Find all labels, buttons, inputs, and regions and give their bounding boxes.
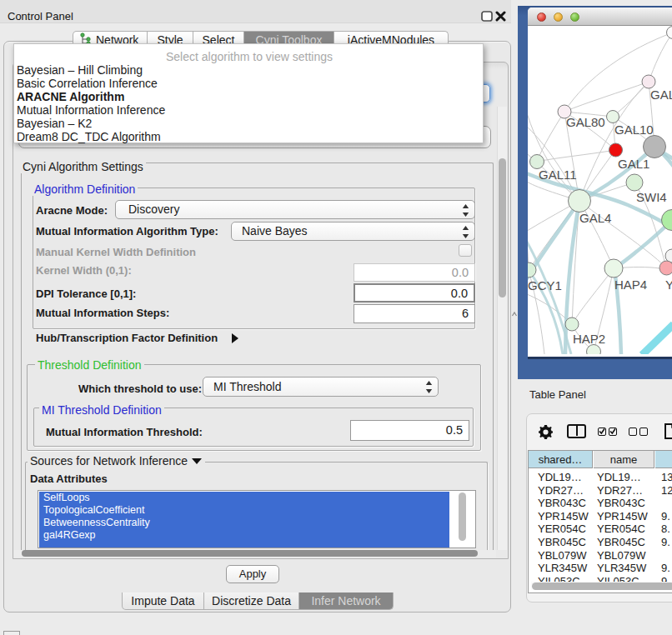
svg-text:HAP2: HAP2	[573, 332, 605, 346]
svg-text:HAP4: HAP4	[614, 278, 647, 292]
svg-text:Y: Y	[665, 278, 672, 292]
svg-text:GCY1: GCY1	[528, 278, 562, 292]
svg-text:GAL10: GAL10	[614, 122, 654, 137]
svg-text:GAL80: GAL80	[566, 115, 605, 129]
svg-text:GAL: GAL	[650, 88, 672, 102]
svg-text:SWI4: SWI4	[636, 190, 667, 204]
svg-text:GAL4: GAL4	[579, 211, 611, 225]
svg-text:GAL1: GAL1	[618, 157, 649, 171]
svg-text:GAL11: GAL11	[539, 168, 577, 182]
